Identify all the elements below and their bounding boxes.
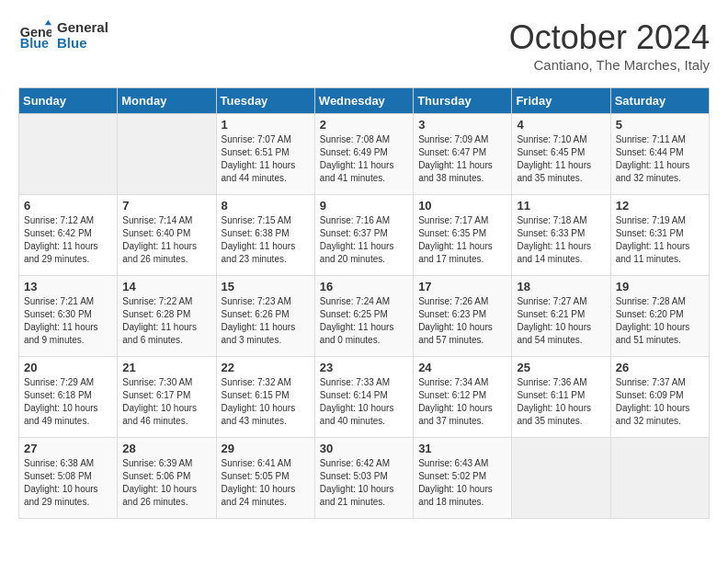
day-info: Sunrise: 7:37 AM Sunset: 6:09 PM Dayligh… (616, 376, 704, 428)
logo-line1: General (57, 19, 108, 35)
day-header-wednesday: Wednesday (314, 88, 413, 114)
day-info: Sunrise: 7:10 AM Sunset: 6:45 PM Dayligh… (517, 133, 605, 185)
day-number: 29 (222, 442, 310, 455)
calendar-cell: 19Sunrise: 7:28 AM Sunset: 6:20 PM Dayli… (610, 276, 709, 357)
calendar-cell: 18Sunrise: 7:27 AM Sunset: 6:21 PM Dayli… (512, 276, 610, 357)
day-number: 13 (24, 280, 112, 293)
calendar-cell: 12Sunrise: 7:19 AM Sunset: 6:31 PM Dayli… (610, 195, 709, 276)
day-number: 11 (517, 199, 605, 213)
calendar-cell: 29Sunrise: 6:41 AM Sunset: 5:05 PM Dayli… (216, 438, 314, 519)
calendar-cell: 16Sunrise: 7:24 AM Sunset: 6:25 PM Dayli… (314, 276, 413, 357)
day-number: 14 (122, 280, 210, 293)
day-info: Sunrise: 7:21 AM Sunset: 6:30 PM Dayligh… (24, 295, 112, 347)
day-info: Sunrise: 7:29 AM Sunset: 6:18 PM Dayligh… (24, 376, 112, 428)
day-info: Sunrise: 7:09 AM Sunset: 6:47 PM Dayligh… (418, 133, 506, 185)
day-number: 6 (24, 199, 112, 213)
day-info: Sunrise: 7:11 AM Sunset: 6:44 PM Dayligh… (616, 133, 704, 185)
calendar-cell (118, 114, 216, 195)
day-number: 10 (418, 199, 506, 213)
day-info: Sunrise: 7:24 AM Sunset: 6:25 PM Dayligh… (320, 295, 408, 347)
day-info: Sunrise: 7:12 AM Sunset: 6:42 PM Dayligh… (24, 214, 112, 266)
calendar-cell: 15Sunrise: 7:23 AM Sunset: 6:26 PM Dayli… (216, 276, 314, 357)
calendar-cell (512, 438, 610, 519)
calendar-cell: 13Sunrise: 7:21 AM Sunset: 6:30 PM Dayli… (19, 276, 118, 357)
calendar-header-row: SundayMondayTuesdayWednesdayThursdayFrid… (19, 88, 710, 114)
location: Cantiano, The Marches, Italy (509, 57, 710, 73)
day-number: 31 (418, 442, 506, 455)
logo: General Blue General Blue (18, 18, 108, 52)
day-number: 9 (320, 199, 408, 213)
calendar-cell: 3Sunrise: 7:09 AM Sunset: 6:47 PM Daylig… (414, 114, 512, 195)
day-number: 23 (320, 361, 408, 374)
day-info: Sunrise: 7:15 AM Sunset: 6:38 PM Dayligh… (222, 214, 310, 266)
day-number: 5 (616, 118, 704, 132)
calendar-cell: 28Sunrise: 6:39 AM Sunset: 5:06 PM Dayli… (118, 438, 216, 519)
day-number: 28 (122, 442, 210, 455)
day-number: 17 (418, 280, 506, 293)
day-info: Sunrise: 7:33 AM Sunset: 6:14 PM Dayligh… (320, 376, 408, 428)
day-number: 25 (517, 361, 605, 374)
svg-marker-2 (45, 20, 51, 25)
day-info: Sunrise: 6:38 AM Sunset: 5:08 PM Dayligh… (24, 457, 112, 509)
calendar-cell: 27Sunrise: 6:38 AM Sunset: 5:08 PM Dayli… (19, 438, 118, 519)
day-info: Sunrise: 7:16 AM Sunset: 6:37 PM Dayligh… (320, 214, 408, 266)
day-info: Sunrise: 7:08 AM Sunset: 6:49 PM Dayligh… (320, 133, 408, 185)
logo-line2: Blue (57, 35, 108, 51)
calendar-cell: 1Sunrise: 7:07 AM Sunset: 6:51 PM Daylig… (216, 114, 314, 195)
day-info: Sunrise: 7:32 AM Sunset: 6:15 PM Dayligh… (222, 376, 310, 428)
calendar-cell: 6Sunrise: 7:12 AM Sunset: 6:42 PM Daylig… (19, 195, 118, 276)
day-header-thursday: Thursday (414, 88, 512, 114)
day-info: Sunrise: 7:14 AM Sunset: 6:40 PM Dayligh… (122, 214, 210, 266)
day-info: Sunrise: 6:39 AM Sunset: 5:06 PM Dayligh… (122, 457, 210, 509)
calendar-cell: 25Sunrise: 7:36 AM Sunset: 6:11 PM Dayli… (512, 357, 610, 438)
day-info: Sunrise: 7:22 AM Sunset: 6:28 PM Dayligh… (122, 295, 210, 347)
day-header-friday: Friday (512, 88, 610, 114)
day-info: Sunrise: 6:42 AM Sunset: 5:03 PM Dayligh… (320, 457, 408, 509)
calendar-week-row: 1Sunrise: 7:07 AM Sunset: 6:51 PM Daylig… (19, 114, 710, 195)
calendar-cell: 14Sunrise: 7:22 AM Sunset: 6:28 PM Dayli… (118, 276, 216, 357)
day-number: 12 (616, 199, 704, 213)
day-number: 19 (616, 280, 704, 293)
day-header-saturday: Saturday (610, 88, 709, 114)
page-header: General Blue General Blue October 2024 C… (18, 18, 710, 73)
day-info: Sunrise: 6:43 AM Sunset: 5:02 PM Dayligh… (418, 457, 506, 509)
calendar-cell: 21Sunrise: 7:30 AM Sunset: 6:17 PM Dayli… (118, 357, 216, 438)
day-info: Sunrise: 7:27 AM Sunset: 6:21 PM Dayligh… (517, 295, 605, 347)
day-info: Sunrise: 7:36 AM Sunset: 6:11 PM Dayligh… (517, 376, 605, 428)
calendar-cell: 4Sunrise: 7:10 AM Sunset: 6:45 PM Daylig… (512, 114, 610, 195)
day-number: 18 (517, 280, 605, 293)
calendar-cell: 8Sunrise: 7:15 AM Sunset: 6:38 PM Daylig… (216, 195, 314, 276)
day-info: Sunrise: 7:07 AM Sunset: 6:51 PM Dayligh… (222, 133, 310, 185)
day-number: 21 (122, 361, 210, 374)
day-number: 2 (320, 118, 408, 132)
day-number: 3 (418, 118, 506, 132)
calendar-cell: 24Sunrise: 7:34 AM Sunset: 6:12 PM Dayli… (414, 357, 512, 438)
day-number: 7 (122, 199, 210, 213)
calendar-table: SundayMondayTuesdayWednesdayThursdayFrid… (18, 87, 710, 519)
day-info: Sunrise: 7:28 AM Sunset: 6:20 PM Dayligh… (616, 295, 704, 347)
calendar-cell: 17Sunrise: 7:26 AM Sunset: 6:23 PM Dayli… (414, 276, 512, 357)
calendar-cell: 9Sunrise: 7:16 AM Sunset: 6:37 PM Daylig… (314, 195, 413, 276)
calendar-cell: 11Sunrise: 7:18 AM Sunset: 6:33 PM Dayli… (512, 195, 610, 276)
day-info: Sunrise: 7:30 AM Sunset: 6:17 PM Dayligh… (122, 376, 210, 428)
day-number: 22 (222, 361, 310, 374)
calendar-cell: 26Sunrise: 7:37 AM Sunset: 6:09 PM Dayli… (610, 357, 709, 438)
calendar-cell: 30Sunrise: 6:42 AM Sunset: 5:03 PM Dayli… (314, 438, 413, 519)
calendar-cell: 22Sunrise: 7:32 AM Sunset: 6:15 PM Dayli… (216, 357, 314, 438)
day-info: Sunrise: 7:26 AM Sunset: 6:23 PM Dayligh… (418, 295, 506, 347)
day-number: 30 (320, 442, 408, 455)
calendar-cell: 23Sunrise: 7:33 AM Sunset: 6:14 PM Dayli… (314, 357, 413, 438)
calendar-week-row: 6Sunrise: 7:12 AM Sunset: 6:42 PM Daylig… (19, 195, 710, 276)
calendar-cell: 5Sunrise: 7:11 AM Sunset: 6:44 PM Daylig… (610, 114, 709, 195)
day-number: 15 (222, 280, 310, 293)
day-info: Sunrise: 7:18 AM Sunset: 6:33 PM Dayligh… (517, 214, 605, 266)
calendar-week-row: 27Sunrise: 6:38 AM Sunset: 5:08 PM Dayli… (19, 438, 710, 519)
day-number: 1 (222, 118, 310, 132)
calendar-cell: 20Sunrise: 7:29 AM Sunset: 6:18 PM Dayli… (19, 357, 118, 438)
day-header-monday: Monday (118, 88, 216, 114)
calendar-cell: 10Sunrise: 7:17 AM Sunset: 6:35 PM Dayli… (414, 195, 512, 276)
day-info: Sunrise: 7:17 AM Sunset: 6:35 PM Dayligh… (418, 214, 506, 266)
day-info: Sunrise: 7:34 AM Sunset: 6:12 PM Dayligh… (418, 376, 506, 428)
title-block: October 2024 Cantiano, The Marches, Ital… (509, 18, 710, 73)
calendar-cell (19, 114, 118, 195)
